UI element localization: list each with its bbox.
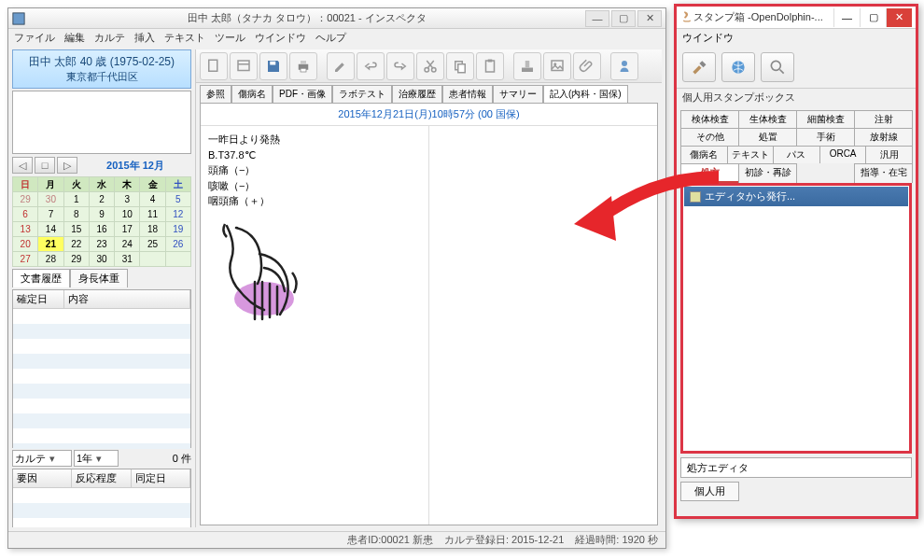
cal-day[interactable]: 22	[63, 237, 89, 252]
cal-day[interactable]: 20	[13, 237, 38, 252]
cal-day[interactable]: 12	[165, 207, 190, 222]
stab-bacteria[interactable]: 細菌検査	[796, 110, 855, 128]
menu-karte[interactable]: カルテ	[94, 31, 125, 44]
tab-doc-history[interactable]: 文書履歴	[12, 269, 70, 287]
tab-entry[interactable]: 記入(内科・国保)	[543, 85, 628, 103]
cal-day[interactable]	[165, 252, 190, 267]
new-button[interactable]	[200, 52, 228, 80]
cal-day[interactable]: 10	[115, 207, 140, 222]
menu-help[interactable]: ヘルプ	[315, 31, 346, 44]
stab-firstvisit[interactable]: 初診・再診	[738, 163, 797, 183]
cal-day[interactable]: 2	[89, 192, 114, 207]
stab-guidance[interactable]: 指導・在宅	[854, 163, 913, 183]
tab-personal[interactable]: 個人用	[680, 482, 739, 501]
tab-patient[interactable]: 患者情報	[442, 85, 493, 103]
close-button[interactable]: ✕	[637, 10, 662, 27]
tab-treat[interactable]: 治療履歴	[392, 85, 442, 103]
filter-type[interactable]: カルテ▾	[12, 450, 72, 467]
attach-button[interactable]	[573, 52, 601, 80]
tab-diag[interactable]: 傷病名	[231, 85, 273, 103]
stab-other[interactable]: その他	[680, 128, 739, 146]
undo-button[interactable]	[357, 52, 385, 80]
stamp-button[interactable]	[513, 52, 541, 80]
cal-day[interactable]: 8	[63, 207, 89, 222]
stab-orca[interactable]: ORCA	[819, 146, 867, 163]
stab-radiation[interactable]: 放射線	[854, 128, 913, 146]
tab-lab[interactable]: ラボテスト	[332, 85, 392, 103]
cal-day[interactable]: 4	[140, 192, 165, 207]
stab-prescription[interactable]: 処方	[680, 163, 739, 183]
cal-day[interactable]: 25	[140, 237, 165, 252]
save-button[interactable]	[259, 52, 287, 80]
menu-text[interactable]: テキスト	[164, 31, 205, 44]
cal-day[interactable]: 7	[38, 207, 63, 222]
stab-vital[interactable]: 生体検査	[738, 110, 797, 128]
cal-day[interactable]: 24	[115, 237, 140, 252]
stamp-maximize-button[interactable]: ▢	[860, 8, 886, 27]
cal-today-button[interactable]: □	[35, 157, 55, 174]
minimize-button[interactable]: —	[585, 10, 609, 27]
cal-day[interactable]: 17	[115, 222, 140, 237]
cal-day[interactable]: 18	[140, 222, 165, 237]
cal-day[interactable]: 27	[13, 252, 38, 267]
cal-prev-button[interactable]: ◁	[12, 157, 33, 174]
stab-path[interactable]: パス	[773, 146, 820, 163]
cal-day[interactable]: 3	[115, 192, 140, 207]
paste-button[interactable]	[476, 52, 504, 80]
soa-column[interactable]: 一昨日より発熱 B.T37.8℃ 頭痛（−） 咳嗽（−） 咽頭痛（＋）	[201, 126, 429, 525]
stamp-item-editor[interactable]: エディタから発行...	[684, 187, 908, 206]
tab-summary[interactable]: サマリー	[493, 85, 543, 103]
stab-specimen[interactable]: 検体検査	[680, 110, 739, 128]
image-button[interactable]	[543, 52, 571, 80]
stamp-menu-window[interactable]: ウインドウ	[677, 29, 916, 47]
cal-next-button[interactable]: ▷	[57, 157, 77, 174]
cal-day[interactable]: 26	[165, 237, 190, 252]
cal-day[interactable]: 23	[89, 237, 114, 252]
cal-day[interactable]: 28	[38, 252, 63, 267]
stab-treatment[interactable]: 処置	[738, 128, 797, 146]
edit-button[interactable]	[327, 52, 355, 80]
menu-edit[interactable]: 編集	[64, 31, 85, 44]
cal-day[interactable]: 11	[140, 207, 165, 222]
info-button[interactable]	[610, 52, 638, 80]
calendar[interactable]: 日 月 火 水 木 金 土 29301234567891011121314151…	[12, 176, 191, 267]
menu-file[interactable]: ファイル	[14, 31, 55, 44]
stamp-close-button[interactable]: ✕	[886, 8, 912, 27]
open-button[interactable]	[230, 52, 258, 80]
cal-day[interactable]: 19	[165, 222, 190, 237]
cal-day[interactable]: 14	[38, 222, 63, 237]
cal-day[interactable]: 16	[89, 222, 114, 237]
menu-window[interactable]: ウインドウ	[255, 31, 306, 44]
memo-box[interactable]	[12, 91, 191, 154]
cal-day[interactable]: 31	[115, 252, 140, 267]
stab-text[interactable]: テキスト	[727, 146, 775, 163]
stab-surgery[interactable]: 手術	[796, 128, 855, 146]
cal-day[interactable]: 6	[13, 207, 38, 222]
cal-day[interactable]: 30	[38, 192, 63, 207]
menu-insert[interactable]: 挿入	[134, 31, 155, 44]
stamp-minimize-button[interactable]: —	[833, 8, 860, 27]
menu-tool[interactable]: ツール	[215, 31, 245, 44]
summary-list[interactable]: 要因 反応程度 同定日	[12, 469, 191, 527]
cal-day[interactable]: 29	[63, 252, 89, 267]
history-list[interactable]: 確定日 内容	[12, 289, 191, 448]
hammer-button[interactable]	[682, 52, 716, 82]
cal-day[interactable]: 21	[38, 237, 63, 252]
p-column[interactable]	[429, 126, 657, 525]
cal-day[interactable]: 29	[13, 192, 38, 207]
stab-general[interactable]: 汎用	[865, 146, 913, 163]
redo-button[interactable]	[386, 52, 414, 80]
maximize-button[interactable]: ▢	[611, 10, 636, 27]
copy-button[interactable]	[446, 52, 474, 80]
cal-day[interactable]: 13	[13, 222, 38, 237]
cal-day[interactable]: 9	[89, 207, 114, 222]
print-button[interactable]	[289, 52, 317, 80]
globe-button[interactable]	[721, 52, 755, 82]
cut-button[interactable]	[416, 52, 444, 80]
cal-day[interactable]: 30	[89, 252, 114, 267]
tab-pdf[interactable]: PDF・画像	[273, 85, 332, 103]
cal-day[interactable]	[140, 252, 165, 267]
cal-day[interactable]: 15	[63, 222, 89, 237]
stab-injection[interactable]: 注射	[854, 110, 913, 128]
tab-ref[interactable]: 参照	[200, 85, 231, 103]
